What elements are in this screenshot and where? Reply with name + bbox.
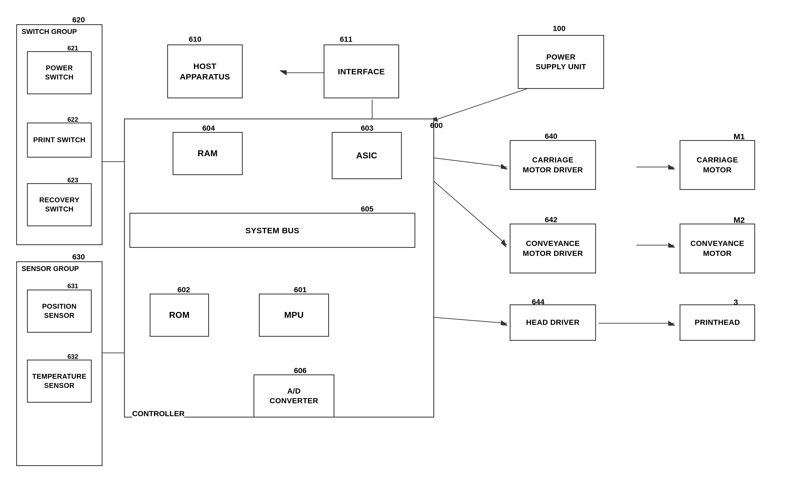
ref-606: 606 [294,366,307,375]
rom-box: ROM [150,294,209,337]
ref-621: 621 [67,44,78,52]
ref-640: 640 [545,132,557,141]
diagram: 620 SWITCH GROUP 621 POWER SWITCH 622 PR… [0,0,812,504]
ref-610: 610 [189,35,201,44]
ref-632: 632 [67,353,78,360]
ref-620: 620 [72,16,85,24]
ref-100: 100 [553,24,565,33]
host-apparatus-box: HOST APPARATUS [167,44,243,98]
temperature-sensor-box: TEMPERATURE SENSOR [27,360,92,403]
ref-611: 611 [340,35,353,44]
power-supply-box: POWER SUPPLY UNIT [518,35,604,89]
switch-group-label: SWITCH GROUP [22,27,77,36]
ref-m2: M2 [734,215,745,225]
ref-630: 630 [72,253,85,261]
asic-box: ASIC [332,132,402,179]
ref-602: 602 [177,286,190,294]
head-driver-box: HEAD DRIVER [510,304,596,341]
position-sensor-box: POSITION SENSOR [27,290,92,333]
ref-604: 604 [202,124,215,133]
ref-605: 605 [361,205,374,213]
conveyance-motor-box: CONVEYANCE MOTOR [680,224,755,273]
ref-642: 642 [545,215,557,224]
mpu-box: MPU [259,294,329,337]
ref-m1: M1 [734,132,745,141]
ref-601: 601 [294,286,307,294]
ref-603: 603 [361,124,374,133]
ref-631: 631 [67,282,78,290]
power-switch-box: POWER SWITCH [27,51,92,94]
print-switch-box: PRINT SWITCH [27,123,92,158]
interface-box: INTERFACE [324,44,399,98]
conveyance-motor-driver-box: CONVEYANCE MOTOR DRIVER [510,224,596,273]
carriage-motor-driver-box: CARRIAGE MOTOR DRIVER [510,140,596,190]
ad-converter-box: A/D CONVERTER [254,374,334,418]
ram-box: RAM [172,132,243,175]
ref-622: 622 [67,116,78,123]
sensor-group-label: SENSOR GROUP [22,265,79,273]
ref-600: 600 [430,121,443,130]
carriage-motor-box: CARRIAGE MOTOR [680,140,755,190]
system-bus-box: SYSTEM BUS [129,213,415,248]
printhead-box: PRINTHEAD [680,304,755,341]
controller-label: CONTROLLER [132,409,184,418]
ref-623: 623 [67,176,78,184]
recovery-switch-box: RECOVERY SWITCH [27,183,92,226]
